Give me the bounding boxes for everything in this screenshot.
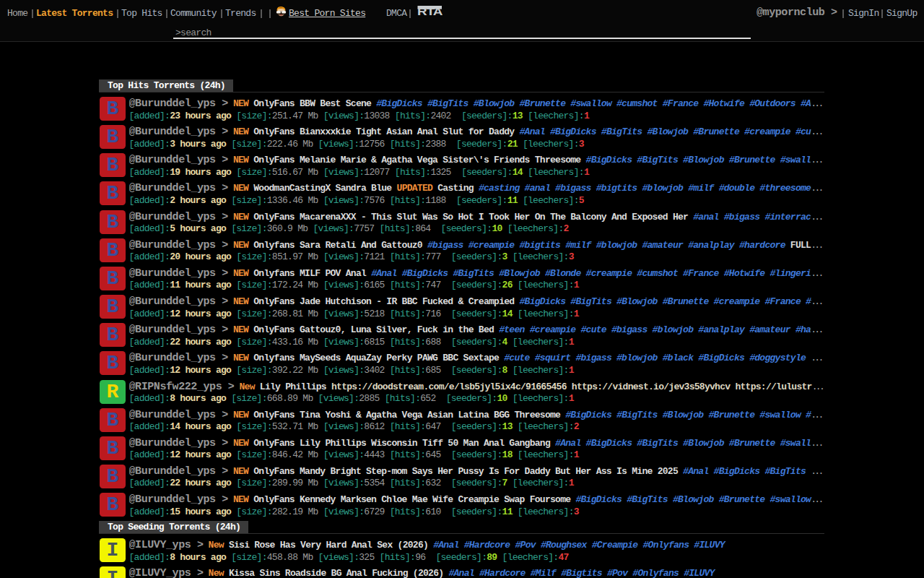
svg-text:RTA: RTA: [417, 6, 443, 16]
